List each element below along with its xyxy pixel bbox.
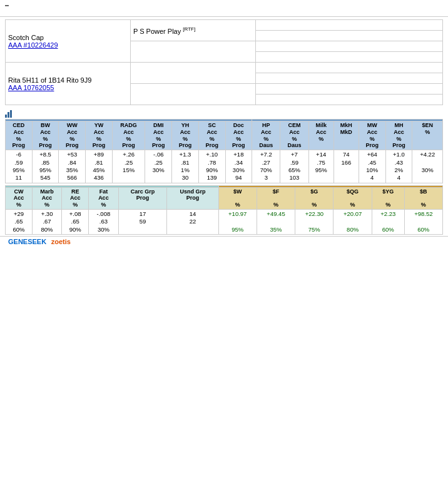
val-mkh: 74166 [333, 150, 359, 183]
dam-great1-cell [256, 63, 443, 73]
val-sqg: +20.0780% [333, 209, 372, 234]
col-mkh: MkHMkD [333, 121, 359, 150]
col-yh: YHAcc%Prog [172, 121, 199, 150]
col-carc-grp: Carc GrpProg [118, 187, 167, 209]
footer-section: GENESEEK zoetis [0, 236, 448, 247]
bar-chart-icon [5, 110, 14, 118]
epd-header [5, 109, 443, 119]
col-usnd-grp: Usnd GrpProg [167, 187, 218, 209]
val-bw: +8.5.8595%545 [32, 150, 59, 183]
col-mh: MHAcc%Prog [385, 121, 412, 150]
sire-great2-cell [256, 31, 443, 41]
val-sb: +98.5260% [404, 209, 442, 234]
sire-great1-cell [256, 20, 443, 31]
epd-production-table: CEDAcc%Prog BWAcc%Prog WWAcc%Prog YWAcc%… [5, 119, 443, 183]
zoetis-logo: zoetis [51, 238, 71, 245]
val-ww: +53.8435%566 [59, 150, 86, 183]
val-hp: +7.2.2770%3 [252, 150, 280, 183]
col-syg: $YG% [372, 187, 404, 209]
epd-data-row: -6.5995%11 +8.5.8595%545 +53.8435%566 +8… [6, 150, 443, 183]
col-yw: YWAcc%Prog [86, 121, 113, 150]
col-header-row: CEDAcc%Prog BWAcc%Prog WWAcc%Prog YWAcc%… [6, 121, 443, 150]
val-cem: +7.5965%103 [280, 150, 308, 183]
col-fat: FatAcc% [89, 187, 119, 209]
col-cem: CEMAcc%Daus [280, 121, 308, 150]
sire-gp1-name: P S Power Play [133, 27, 181, 34]
col-mw: MWAcc%Prog [359, 121, 385, 150]
sire-great4-cell [256, 52, 443, 63]
carc-col-row: CWAcc% MarbAcc% REAcc% FatAcc% Carc GrpP… [6, 187, 443, 209]
col-en: $EN% [412, 121, 443, 150]
val-radg: +.26.2515% [112, 150, 145, 183]
col-ced: CEDAcc%Prog [6, 121, 33, 150]
ped-row-5: Rita 5H11 of 1B14 Rito 9J9AAA 10762055 [6, 63, 443, 73]
val-marb: +.30.6780% [32, 209, 61, 234]
val-sw: +10.9795% [218, 209, 257, 234]
col-doc: DocAcc%Prog [225, 121, 252, 150]
val-re: +.08.6590% [62, 209, 89, 234]
val-cw: +29.6560% [6, 209, 33, 234]
val-carc-grp: 1759 [118, 209, 167, 234]
val-syg: +2.2360% [372, 209, 404, 234]
dam-parent-reg: AAA 10762055 [8, 84, 54, 91]
birth-row [5, 7, 443, 14]
dam-great3-cell [256, 84, 443, 95]
col-sg: $G% [295, 187, 333, 209]
dam-grandparent1-cell [131, 63, 256, 84]
val-sc: +.10.7890%139 [198, 150, 225, 183]
col-cw: CWAcc% [6, 187, 33, 209]
col-ww: WWAcc%Prog [59, 121, 86, 150]
sire-name: Scotch Cap [8, 34, 44, 41]
val-doc: +18.3430%94 [225, 150, 252, 183]
val-en: +4.22 30% [412, 150, 443, 183]
val-ced: -6.5995%11 [6, 150, 33, 183]
col-sf: $F% [257, 187, 295, 209]
col-sc: SCAcc%Prog [198, 121, 225, 150]
dam-grandparent2-cell [131, 84, 256, 105]
amf-row [5, 5, 443, 6]
col-radg: RADGAcc%Prog [112, 121, 145, 150]
col-re: REAcc% [62, 187, 89, 209]
sire-parent-cell: Scotch CapAAA #10226429 [6, 20, 131, 63]
col-marb: MarbAcc% [32, 187, 61, 209]
val-usnd-grp: 1422 [167, 209, 218, 234]
col-hp: HPAcc%Daus [252, 121, 280, 150]
header-section [0, 0, 448, 17]
dam-great4-cell [256, 95, 443, 105]
col-sqg: $QG% [333, 187, 372, 209]
val-sg: +22.3075% [295, 209, 333, 234]
sire-great3-cell [256, 41, 443, 52]
col-dmi: DMIAcc%Prog [145, 121, 172, 150]
footer-epd-note: GENESEEK zoetis [5, 238, 71, 245]
dam-parent-cell: Rita 5H11 of 1B14 Rito 9J9AAA 10762055 [6, 63, 131, 105]
val-dmi: -.06.2530% [145, 150, 172, 183]
sire-reg[interactable]: AAA #10226429 [8, 41, 58, 49]
sire-grandparent1-cell: P S Power Play [RTF] [131, 20, 256, 41]
val-mh: +1.0.432%4 [385, 150, 412, 183]
col-sw: $W% [218, 187, 257, 209]
carc-data-row: +29.6560% +.30.6780% +.08.6590% -.008.63… [6, 209, 443, 234]
epd-section: CEDAcc%Prog BWAcc%Prog WWAcc%Prog YWAcc%… [5, 109, 443, 235]
val-yw: +89.8145%436 [86, 150, 113, 183]
val-milk: +14.7595% [308, 150, 333, 183]
col-sb: $B% [404, 187, 442, 209]
sire-grandparent2-cell [131, 41, 256, 63]
val-yh: +1.3.811%30 [172, 150, 199, 183]
val-mw: +64.4510%4 [359, 150, 385, 183]
ped-row-1: Scotch CapAAA #10226429 P S Power Play [… [6, 20, 443, 31]
pedigree-section: Scotch CapAAA #10226429 P S Power Play [… [5, 19, 443, 105]
val-sf: +49.4535% [257, 209, 295, 234]
epd-title-block [5, 110, 18, 118]
dam-great2-cell [256, 73, 443, 84]
dam-parent-name: Rita 5H11 of 1B14 Rito 9J9 [8, 76, 91, 84]
amf-tag [5, 5, 9, 6]
col-bw: BWAcc%Prog [32, 121, 59, 150]
col-milk: MilkAcc% [308, 121, 333, 150]
epd-carcass-table: CWAcc% MarbAcc% REAcc% FatAcc% Carc GrpP… [5, 185, 443, 235]
val-fat: -.008.6330% [89, 209, 119, 234]
geneseek-logo: GENESEEK [8, 238, 46, 245]
